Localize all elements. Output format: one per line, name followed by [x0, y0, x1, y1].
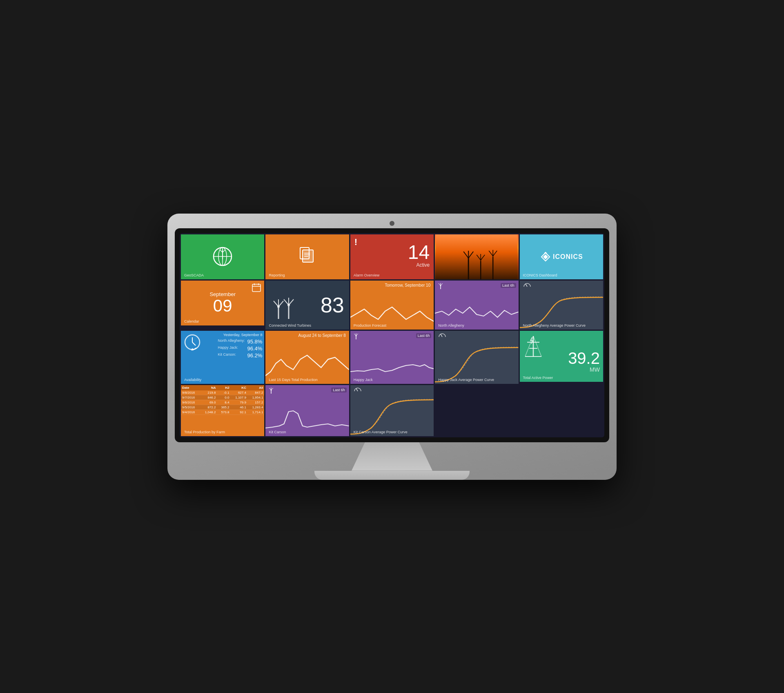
alarm-active-text: Active [408, 262, 430, 268]
tile-calendar[interactable]: September 09 Calendar [181, 281, 264, 325]
svg-marker-32 [544, 252, 547, 253]
svg-line-39 [274, 301, 278, 307]
tile-production-farm[interactable]: Date NA HJ KC All 9/8/2016219.8-0.1627.4… [181, 385, 264, 436]
reporting-label: Reporting [269, 273, 285, 277]
svg-line-40 [278, 301, 283, 307]
active-power-unit: MW [568, 366, 600, 373]
tile-geoscada[interactable]: GeoSCADA [181, 234, 264, 279]
na-label: North Allegheny [438, 323, 464, 328]
tile-alarm[interactable]: ! 14 Active Alarm Overview [350, 234, 434, 279]
monitor-stand [347, 442, 437, 471]
col-na: NA [200, 385, 217, 390]
active-power-label: Total Active Power [523, 376, 553, 380]
monitor-base [314, 471, 470, 480]
hj-label: Happy Jack [354, 378, 373, 382]
svg-rect-13 [436, 234, 517, 279]
svg-line-50 [441, 283, 443, 285]
globe-wind-icon [211, 245, 234, 269]
avail-hj-name: Happy Jack: [218, 345, 238, 352]
tile-kit-carson[interactable]: Last 6h Kit Carson [265, 385, 349, 436]
svg-line-66 [525, 336, 533, 357]
document-icon [297, 246, 318, 268]
col-all: All [247, 385, 264, 390]
svg-rect-33 [252, 284, 261, 292]
production-table: Date NA HJ KC All 9/8/2016219.8-0.1627.4… [181, 385, 264, 415]
tile-north-allegheny[interactable]: Last 6h North Allegheny [435, 281, 518, 330]
svg-line-44 [284, 299, 289, 305]
production-farm-label: Total Production by Farm [184, 430, 225, 434]
tile-production-forecast[interactable]: Tomorrow, September 10 Production Foreca… [350, 281, 434, 330]
last15-label: Last 15 Days Total Production [269, 378, 317, 382]
tile-na-power-curve[interactable]: North Allegheny Average Power Curve [520, 281, 603, 330]
avail-header: Yesterday, September 8 [218, 333, 262, 337]
table-row: 9/5/2016872.2365.246.11,283.4 [181, 405, 264, 410]
col-kc: KC [230, 385, 247, 390]
hj-power-curve-label: Happy Jack Average Power Curve [438, 378, 494, 382]
speedometer-kc-icon [354, 387, 362, 392]
svg-line-49 [439, 283, 441, 285]
tower-icon [523, 334, 543, 359]
forecast-header: Tomorrow, September 10 [385, 283, 430, 287]
tile-reporting[interactable]: Reporting [265, 234, 349, 279]
turbine-small-icon [437, 283, 444, 290]
monitor-wrapper: GeoSCADA Repo [167, 214, 617, 480]
svg-line-72 [271, 388, 273, 390]
alarm-label: Alarm Overview [354, 273, 380, 277]
last15-header: August 24 to September 8 [298, 333, 346, 338]
hj-last6h-badge: Last 6h [416, 333, 432, 338]
kc-power-curve-label: Kit Carson Average Power Curve [354, 430, 408, 434]
svg-rect-9 [303, 250, 313, 262]
tile-happy-jack[interactable]: Last 6h Happy Jack [350, 331, 434, 384]
na-last6h-badge: Last 6h [501, 283, 516, 288]
svg-line-52 [526, 284, 527, 287]
svg-marker-30 [543, 254, 548, 259]
tile-last15[interactable]: August 24 to September 8 Last 15 Days To… [265, 331, 349, 384]
iconics-logo: ICONICS [540, 251, 583, 263]
turbines-icon [270, 290, 299, 320]
speedometer-hj-icon [438, 332, 446, 338]
table-row: 9/8/2016219.8-0.1627.4847.2 [181, 390, 264, 395]
turbine-count: 83 [321, 294, 344, 316]
avail-kc-val: 96.2% [247, 352, 263, 359]
table-row: 9/4/20161,048.2573.892.11,714.1 [181, 410, 264, 414]
production-forecast-label: Production Forecast [354, 323, 387, 328]
calendar-day: 09 [213, 297, 232, 314]
svg-line-74 [356, 388, 358, 391]
na-power-curve-label: North Allegheny Average Power Curve [523, 323, 586, 328]
svg-line-59 [354, 334, 356, 336]
avail-na-name: North Allegheny: [218, 339, 245, 345]
iconics-text: ICONICS [553, 253, 583, 261]
calendar-label: Calendar [184, 319, 199, 323]
tile-active-power[interactable]: 39.2 MW Total Active Power [520, 331, 603, 382]
avail-row-na: North Allegheny: 95.8% [218, 339, 262, 345]
calendar-icon [252, 283, 261, 293]
table-row: 9/7/2016846.20.01,107.91,954.1 [181, 395, 264, 400]
avail-kc-name: Kit Carson: [218, 352, 236, 359]
kc-last6h-badge: Last 6h [331, 388, 347, 392]
dashboard: GeoSCADA Repo [180, 233, 604, 437]
tile-photo [435, 234, 518, 279]
speedometer-icon [523, 282, 531, 288]
avail-na-val: 95.8% [247, 339, 263, 345]
clock-icon [183, 333, 202, 352]
geoscada-label: GeoSCADA [184, 273, 204, 277]
svg-line-45 [289, 299, 294, 305]
table-row: 9/6/201669.08.479.9157.2 [181, 400, 264, 405]
tile-hj-power-curve[interactable]: Happy Jack Average Power Curve [435, 331, 518, 384]
col-hj: HJ [217, 385, 231, 390]
svg-line-62 [441, 334, 442, 337]
col-date: Date [181, 385, 200, 390]
active-power-number: 39.2 [568, 350, 600, 366]
tile-kc-power-curve[interactable]: Kit Carson Average Power Curve [350, 385, 434, 436]
tile-iconics[interactable]: ICONICS ICONICS Dashboard [520, 234, 603, 279]
tile-turbines[interactable]: 83 Connected Wind Turbines [265, 281, 349, 330]
kc-label: Kit Carson [269, 430, 286, 434]
iconics-label: ICONICS Dashboard [523, 273, 557, 277]
tile-availability[interactable]: Yesterday, September 8 North Allegheny: … [181, 331, 264, 384]
avail-hj-val: 96.4% [247, 345, 263, 352]
availability-label: Availability [184, 378, 201, 382]
turbines-label: Connected Wind Turbines [269, 323, 311, 328]
avail-row-kc: Kit Carson: 96.2% [218, 352, 262, 359]
exclamation-icon: ! [354, 237, 357, 247]
turbine-kc-icon [268, 387, 274, 394]
